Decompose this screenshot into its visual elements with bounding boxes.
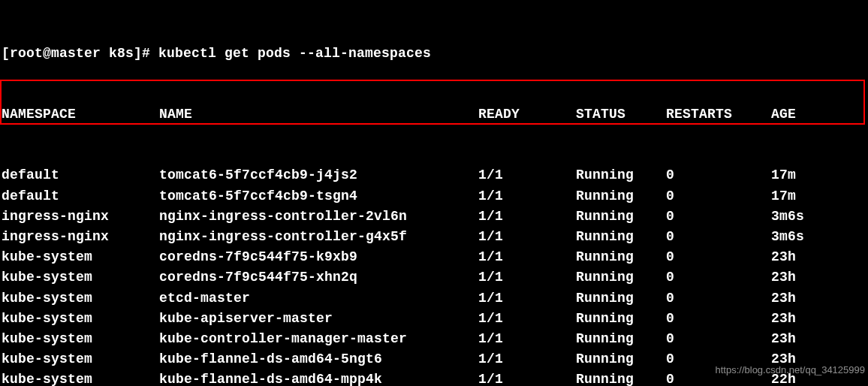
cell-restarts: 0: [666, 309, 771, 329]
cell-ready: 1/1: [478, 186, 576, 207]
cell-age: 17m: [771, 186, 796, 207]
cell-name: tomcat6-5f7ccf4cb9-tsgn4: [159, 186, 478, 207]
cell-name: tomcat6-5f7ccf4cb9-j4js2: [159, 165, 478, 185]
cell-age: 3m6s: [771, 207, 804, 227]
cell-status: Running: [576, 309, 666, 329]
cell-ready: 1/1: [478, 247, 576, 267]
cell-name: coredns-7f9c544f75-k9xb9: [159, 247, 478, 267]
table-header: NAMESPACENAMEREADYSTATUSRESTARTSAGE: [2, 104, 866, 125]
cell-status: Running: [576, 349, 666, 369]
cell-age: 23h: [771, 329, 796, 349]
cell-namespace: ingress-nginx: [2, 227, 159, 247]
cell-restarts: 0: [666, 329, 771, 349]
cell-ready: 1/1: [478, 227, 576, 247]
header-name: NAME: [159, 104, 478, 125]
cell-name: etcd-master: [159, 288, 478, 309]
cell-ready: 1/1: [478, 207, 576, 227]
cell-name: coredns-7f9c544f75-xhn2q: [159, 267, 478, 288]
cell-status: Running: [576, 247, 666, 267]
cell-ready: 1/1: [478, 267, 576, 288]
cell-status: Running: [576, 227, 666, 247]
cell-restarts: 0: [666, 267, 771, 288]
table-row: defaulttomcat6-5f7ccf4cb9-j4js21/1Runnin…: [2, 165, 866, 185]
cell-name: nginx-ingress-controller-g4x5f: [159, 227, 478, 247]
header-age: AGE: [771, 104, 796, 125]
cell-namespace: kube-system: [2, 369, 159, 386]
cell-name: kube-flannel-ds-amd64-mpp4k: [159, 369, 478, 386]
cell-age: 23h: [771, 267, 796, 288]
cell-namespace: kube-system: [2, 349, 159, 369]
command-line: [root@master k8s]# kubectl get pods --al…: [2, 44, 866, 64]
cell-namespace: default: [2, 186, 159, 207]
header-status: STATUS: [576, 104, 666, 125]
cell-ready: 1/1: [478, 369, 576, 386]
terminal-window[interactable]: [root@master k8s]# kubectl get pods --al…: [0, 0, 868, 386]
table-row: kube-systemcoredns-7f9c544f75-xhn2q1/1Ru…: [2, 267, 866, 288]
cell-status: Running: [576, 329, 666, 349]
table-row: kube-systemetcd-master1/1Running023h: [2, 288, 866, 309]
cell-namespace: kube-system: [2, 247, 159, 267]
cell-ready: 1/1: [478, 329, 576, 349]
cell-name: nginx-ingress-controller-2vl6n: [159, 207, 478, 227]
header-restarts: RESTARTS: [666, 104, 771, 125]
cell-status: Running: [576, 288, 666, 309]
shell-prompt: [root@master k8s]#: [2, 46, 158, 61]
table-row: kube-systemkube-apiserver-master1/1Runni…: [2, 309, 866, 329]
cell-namespace: default: [2, 165, 159, 185]
cell-age: 17m: [771, 165, 796, 185]
cell-status: Running: [576, 165, 666, 185]
cell-age: 3m6s: [771, 227, 804, 247]
cell-status: Running: [576, 186, 666, 207]
cell-ready: 1/1: [478, 309, 576, 329]
cell-restarts: 0: [666, 186, 771, 207]
cell-name: kube-controller-manager-master: [159, 329, 478, 349]
header-namespace: NAMESPACE: [2, 104, 159, 125]
table-row: ingress-nginxnginx-ingress-controller-2v…: [2, 207, 866, 227]
cell-ready: 1/1: [478, 165, 576, 185]
table-row: kube-systemcoredns-7f9c544f75-k9xb91/1Ru…: [2, 247, 866, 267]
cell-restarts: 0: [666, 227, 771, 247]
table-row: kube-systemkube-controller-manager-maste…: [2, 329, 866, 349]
cell-ready: 1/1: [478, 288, 576, 309]
cell-ready: 1/1: [478, 349, 576, 369]
cell-namespace: kube-system: [2, 309, 159, 329]
command-text: kubectl get pods --all-namespaces: [158, 46, 431, 61]
header-ready: READY: [478, 104, 576, 125]
table-row: ingress-nginxnginx-ingress-controller-g4…: [2, 227, 866, 247]
table-row: defaulttomcat6-5f7ccf4cb9-tsgn41/1Runnin…: [2, 186, 866, 207]
cell-namespace: kube-system: [2, 267, 159, 288]
cell-age: 23h: [771, 288, 796, 309]
cell-age: 23h: [771, 309, 796, 329]
cell-restarts: 0: [666, 288, 771, 309]
cell-namespace: ingress-nginx: [2, 207, 159, 227]
cell-namespace: kube-system: [2, 329, 159, 349]
watermark-text: https://blog.csdn.net/qq_34125999: [716, 363, 866, 378]
cell-status: Running: [576, 369, 666, 386]
cell-restarts: 0: [666, 165, 771, 185]
cell-name: kube-apiserver-master: [159, 309, 478, 329]
cell-restarts: 0: [666, 207, 771, 227]
cell-name: kube-flannel-ds-amd64-5ngt6: [159, 349, 478, 369]
cell-restarts: 0: [666, 247, 771, 267]
cell-namespace: kube-system: [2, 288, 159, 309]
cell-status: Running: [576, 267, 666, 288]
cell-age: 23h: [771, 247, 796, 267]
cell-status: Running: [576, 207, 666, 227]
